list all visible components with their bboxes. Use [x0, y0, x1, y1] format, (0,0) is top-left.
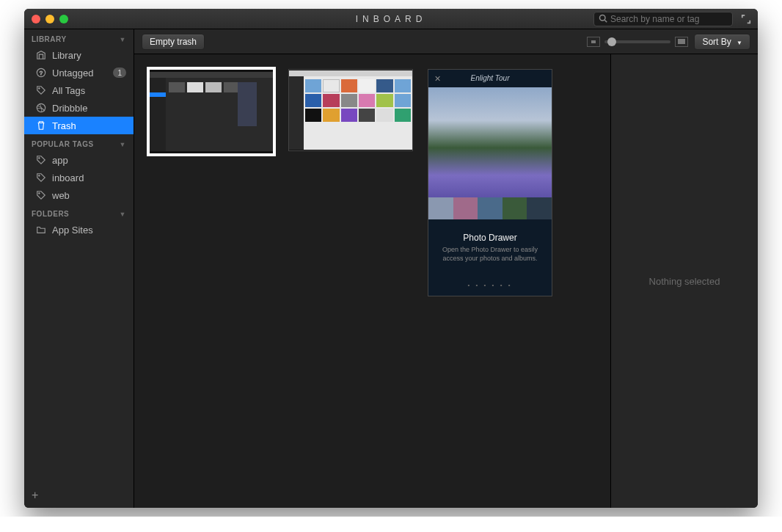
thumbnail-image — [288, 69, 413, 151]
sidebar-item-library[interactable]: Library — [24, 46, 134, 64]
chevron-down-icon: ▼ — [120, 36, 126, 43]
add-button[interactable]: + — [32, 489, 38, 502]
chevron-down-icon: ▼ — [120, 141, 126, 148]
window-controls — [32, 15, 68, 23]
chevron-down-icon: ▼ — [737, 40, 742, 46]
zoom-window-button[interactable] — [59, 15, 68, 23]
svg-point-0 — [600, 15, 606, 21]
section-label: FOLDERS — [32, 210, 69, 218]
search-input[interactable] — [610, 14, 728, 24]
thumb-large-icon[interactable] — [675, 37, 688, 47]
svg-point-4 — [39, 88, 40, 90]
tour-heading: Photo Drawer — [428, 233, 552, 243]
svg-text:?: ? — [40, 70, 43, 76]
library-icon — [36, 50, 46, 60]
thumb-small-icon[interactable] — [587, 37, 600, 47]
sidebar-item-trash[interactable]: Trash — [24, 117, 134, 134]
thumbnail-item[interactable] — [149, 69, 274, 296]
sidebar-item-label: App Sites — [52, 225, 93, 236]
empty-trash-button[interactable]: Empty trash — [142, 34, 205, 50]
sidebar-item-dribbble[interactable]: Dribbble — [24, 99, 134, 117]
section-label: POPULAR TAGS — [32, 140, 94, 148]
section-header-folders[interactable]: FOLDERS ▼ — [24, 204, 134, 221]
trash-icon — [36, 120, 46, 131]
thumbnail-grid: ✕ Enlight Tour Photo Drawer Open the Pho… — [134, 54, 611, 508]
thumbnail-item[interactable]: ✕ Enlight Tour Photo Drawer Open the Pho… — [428, 69, 552, 296]
sidebar-item-label: Untagged — [52, 68, 93, 79]
svg-point-7 — [39, 175, 40, 177]
sidebar-tag-web[interactable]: web — [24, 186, 134, 204]
section-header-popular-tags[interactable]: POPULAR TAGS ▼ — [24, 134, 134, 151]
tag-icon — [36, 172, 46, 183]
section-header-library[interactable]: LIBRARY ▼ — [24, 29, 134, 46]
tour-title: Enlight Tour — [428, 74, 552, 82]
sidebar-folder-app-sites[interactable]: App Sites — [24, 221, 134, 238]
sort-by-button[interactable]: Sort By ▼ — [694, 34, 750, 50]
fullscreen-button[interactable] — [740, 13, 752, 25]
tag-icon — [36, 155, 46, 165]
sidebar-item-label: Dribbble — [52, 103, 87, 114]
titlebar: INBOARD — [24, 9, 758, 29]
tour-body: Open the Photo Drawer to easily access y… — [437, 246, 543, 263]
inspector-panel: Nothing selected — [611, 54, 758, 508]
sidebar: LIBRARY ▼ Library ? Untagged 1 All Tags … — [24, 29, 134, 508]
search-field[interactable] — [593, 12, 733, 26]
app-window: INBOARD LIBRARY ▼ Library ? Untagged — [24, 9, 758, 508]
inspector-empty-label: Nothing selected — [649, 276, 720, 287]
minimize-window-button[interactable] — [45, 15, 54, 23]
search-icon — [599, 12, 610, 26]
close-window-button[interactable] — [32, 15, 40, 23]
thumbnail-image: ✕ Enlight Tour Photo Drawer Open the Pho… — [428, 69, 552, 296]
thumbnail-item[interactable] — [288, 69, 413, 296]
thumbnail-size-slider[interactable] — [604, 40, 670, 43]
tag-icon — [36, 190, 46, 200]
sidebar-item-label: Trash — [52, 120, 76, 131]
sidebar-item-label: inboard — [52, 172, 84, 183]
sidebar-item-label: Library — [52, 50, 81, 61]
count-badge: 1 — [113, 68, 126, 78]
svg-point-8 — [39, 193, 40, 194]
page-dots: • • • • • • — [428, 282, 552, 288]
thumbnail-size-control — [587, 37, 688, 47]
folder-icon — [36, 225, 46, 235]
sidebar-tag-inboard[interactable]: inboard — [24, 169, 134, 186]
sidebar-item-all-tags[interactable]: All Tags — [24, 81, 134, 99]
toolbar: Empty trash Sort By ▼ — [134, 29, 758, 54]
sidebar-item-label: app — [52, 155, 68, 166]
sidebar-item-untagged[interactable]: ? Untagged 1 — [24, 64, 134, 81]
dribbble-icon — [36, 103, 46, 113]
sidebar-item-label: web — [52, 190, 70, 201]
sidebar-item-label: All Tags — [52, 85, 85, 96]
sidebar-tag-app[interactable]: app — [24, 151, 134, 169]
main-area: Empty trash Sort By ▼ — [134, 29, 758, 508]
svg-point-6 — [39, 158, 40, 159]
svg-line-1 — [604, 20, 607, 22]
section-label: LIBRARY — [32, 35, 67, 43]
question-icon: ? — [36, 68, 46, 78]
chevron-down-icon: ▼ — [120, 211, 126, 218]
sort-by-label: Sort By — [702, 37, 731, 47]
thumbnail-image — [149, 69, 274, 154]
tag-icon — [36, 85, 46, 95]
